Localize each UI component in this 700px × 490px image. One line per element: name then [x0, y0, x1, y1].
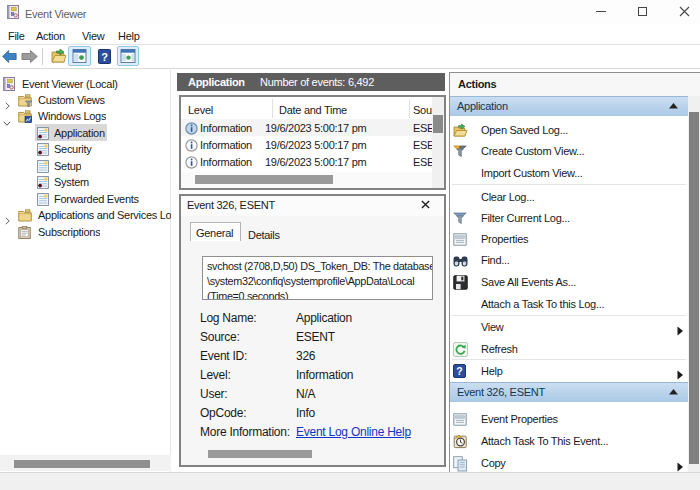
- svg-text:?: ?: [456, 365, 462, 377]
- svg-text:?: ?: [101, 51, 108, 63]
